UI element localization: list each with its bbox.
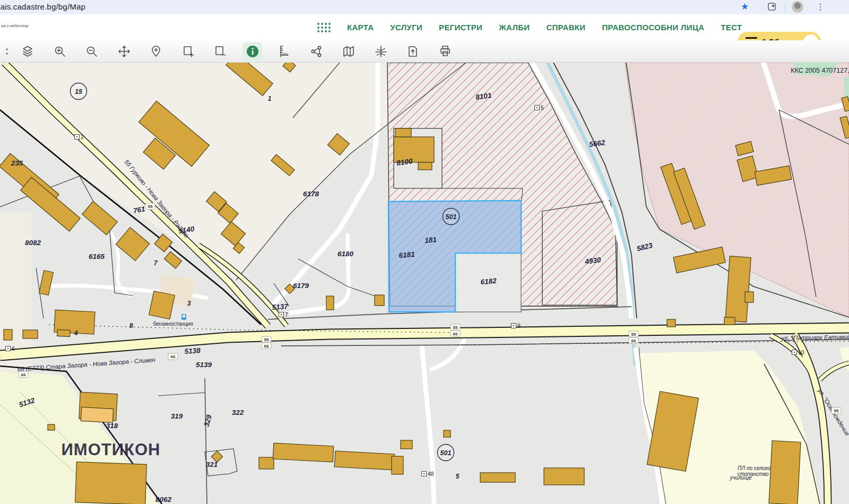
nav-pravosposobni-litsa[interactable]: ПРАВОСПОСОБНИ ЛИЦА: [602, 23, 704, 32]
print-icon[interactable]: [437, 43, 454, 60]
map-label: бензиностанция: [153, 321, 193, 327]
map-label: 66 (Е773) Стара Загора - Нова Загора - С…: [17, 357, 155, 372]
map-label: училище: [729, 475, 751, 481]
app-header: ия и кадастър КАРТА УСЛУГИ РЕГИСТРИ ЖАЛБ…: [0, 14, 849, 40]
map-canvas[interactable]: 2358082616576151407384161786180617951375…: [0, 63, 849, 504]
zoom-in-icon[interactable]: [51, 43, 68, 60]
select-add-icon[interactable]: [180, 43, 197, 60]
map-label: 6165: [89, 253, 105, 260]
nav-spravki[interactable]: СПРАВКИ: [546, 23, 585, 32]
nav-karta[interactable]: КАРТА: [347, 23, 374, 32]
geodetic-point-icon: [7, 348, 8, 349]
avatar[interactable]: [792, 1, 803, 13]
map-label: 3: [187, 300, 191, 307]
road-shield-number: 66: [264, 344, 269, 349]
circled-label-number: 15: [75, 88, 83, 95]
roads-icon[interactable]: [372, 43, 389, 60]
map-label: 6178: [303, 190, 319, 198]
road-shield-number: 55: [631, 332, 636, 337]
map-label: 322: [232, 409, 244, 416]
main-nav: КАРТА УСЛУГИ РЕГИСТРИ ЖАЛБИ СПРАВКИ ПРАВ…: [317, 14, 742, 40]
map-label: 8062: [155, 496, 172, 503]
nav-uslugi[interactable]: УСЛУГИ: [390, 23, 422, 32]
map-label: 4: [74, 329, 78, 337]
geodetic-point-number: 5: [541, 105, 544, 111]
road-shield-number: 66: [631, 338, 636, 343]
map-fold-icon[interactable]: [340, 43, 357, 60]
pan-icon[interactable]: [116, 43, 133, 60]
cadastre-map[interactable]: 2358082616576151407384161786180617951375…: [0, 63, 849, 504]
geodetic-point-icon: [76, 136, 77, 137]
measure-icon[interactable]: [276, 43, 293, 60]
select-remove-icon[interactable]: [212, 43, 229, 60]
nav-registri[interactable]: РЕГИСТРИ: [439, 23, 482, 32]
road-shield-number: 55: [264, 337, 269, 342]
divider: [785, 3, 785, 11]
geodetic-point-icon: [794, 352, 795, 353]
geodetic-point-number: 6: [12, 345, 15, 352]
zoom-out-icon[interactable]: [83, 43, 100, 60]
geodetic-point-icon: [281, 314, 282, 315]
map-label: 319: [171, 412, 183, 420]
bookmark-star-icon[interactable]: ★: [741, 1, 749, 12]
road-shield-number: 55: [453, 325, 458, 330]
browser-menu-icon[interactable]: ⋮: [816, 2, 825, 12]
map-toolbar: [0, 40, 849, 63]
map-label: 7: [154, 259, 158, 267]
geodetic-point-number: 9: [517, 323, 521, 329]
map-label: 5139: [196, 361, 212, 369]
geodetic-point-icon: [423, 473, 424, 474]
geodetic-point-number: 7: [285, 311, 288, 318]
map-label: 321: [206, 460, 218, 468]
apps-grid-icon[interactable]: [317, 22, 331, 33]
map-label: 8082: [25, 239, 41, 247]
road-shield-number: 66: [453, 332, 458, 336]
circled-label-number: 501: [446, 213, 457, 221]
map-label: 6181: [398, 250, 415, 260]
layers-icon[interactable]: [19, 43, 36, 60]
map-label: 8: [129, 322, 133, 329]
road-shield-number: 66: [21, 372, 26, 377]
map-label: 181: [424, 236, 437, 245]
map-label: 6179: [293, 282, 309, 290]
nav-zhalbi[interactable]: ЖАЛБИ: [499, 23, 530, 32]
map-label: 329: [202, 414, 213, 428]
map-label: 5823: [636, 241, 654, 253]
fuel-station-icon: [181, 314, 186, 320]
map-label: 5138: [184, 346, 201, 355]
map-label: 5: [456, 473, 460, 480]
map-label: ПЛ по селско: [738, 465, 770, 471]
map-label: 1: [268, 95, 272, 102]
browser-bar: kais.cadastre.bg/bg/Map ★ ⋮: [0, 0, 849, 14]
map-label: 5137: [272, 302, 289, 311]
geodetic-point-number: 2: [81, 134, 84, 140]
circled-label-number: 501: [440, 449, 452, 457]
geodetic-point-number: 10: [798, 349, 804, 355]
info-tool-icon[interactable]: [243, 42, 262, 61]
map-label: 6182: [480, 277, 497, 286]
geodetic-point-icon: [513, 325, 514, 326]
browser-action-icon[interactable]: [767, 2, 776, 13]
location-pin-icon[interactable]: [148, 43, 164, 60]
geodetic-point-icon: [536, 107, 538, 108]
clipped-tool-icon[interactable]: [0, 43, 10, 60]
road-shield-number: 55: [148, 204, 153, 209]
map-label: 6180: [337, 250, 354, 258]
map-label: 318: [106, 422, 118, 430]
export-icon[interactable]: [404, 43, 421, 60]
road-shield-number: 66: [171, 354, 176, 359]
nav-test[interactable]: ТЕСТ: [721, 23, 742, 32]
road-shield-number: 55: [834, 409, 839, 413]
map-label: 235: [11, 159, 23, 167]
url-text[interactable]: kais.cadastre.bg/bg/Map: [0, 2, 85, 11]
geodetic-point-number: 48: [428, 471, 434, 477]
map-label: ККС 2005 4707127, 540648: [791, 67, 849, 74]
map-label: ул. "Патриарх Евтимий": [781, 334, 849, 341]
agency-logo-text: ия и кадастър: [1, 23, 29, 28]
share-nodes-icon[interactable]: [308, 43, 325, 60]
map-label: ИМОТИКОН: [62, 440, 161, 459]
map-label: 5662: [588, 138, 605, 149]
